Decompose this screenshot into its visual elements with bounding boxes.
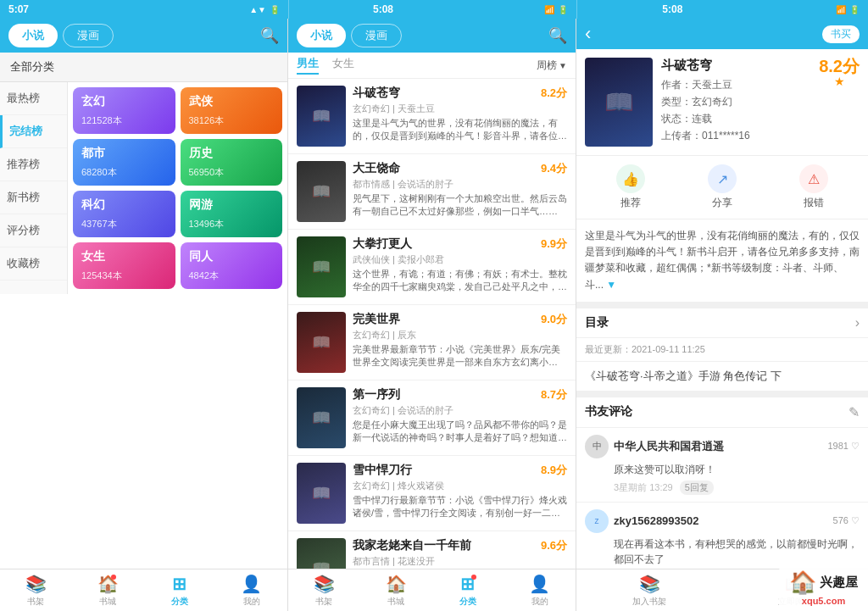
book-desc-6: 雪中悍刀行最新章节节：小说《雪中悍刀行》烽火戏诸侯/雪，雪中悍刀行全文阅读，有别… [353,494,567,520]
rank-item-score[interactable]: 评分榜 [0,214,67,247]
rank-selector[interactable]: 周榜 ▼ [537,58,567,73]
book-title-5: 第一序列 [353,387,400,403]
cat-card-wuxia[interactable]: 武侠 38126本 [181,87,283,134]
rank-item-new[interactable]: 新书榜 [0,181,67,214]
catalog-latest-chapter[interactable]: 《斗破苍穹·斗帝之道》手游 角色传记 下 [576,362,868,391]
book-score-4: 9.0分 [541,312,567,327]
mid-tab-novel[interactable]: 小说 [297,24,346,47]
gender-tab-female[interactable]: 女生 [332,56,354,75]
comment-user-1: 中华人民共和国君逍遥 [614,439,822,454]
catalog-more-arrow[interactable]: › [855,315,860,330]
mid-tab-comic[interactable]: 漫画 [351,24,402,47]
nav-bookshelf-mid[interactable]: 📚 书架 [288,569,360,611]
cat-card-nvsheng[interactable]: 女生 125434本 [73,242,175,289]
rank-item-hot[interactable]: 最热榜 [0,82,67,115]
book-score-6: 8.9分 [541,463,567,478]
book-title-3: 大拳打更人 [353,236,412,252]
book-item-4[interactable]: 📖 完美世界 9.0分 玄幻奇幻 | 辰东 完美世界最新章节节：小说《完美世界》… [288,305,576,380]
book-title-4: 完美世界 [353,312,400,327]
book-title-2: 大王饶命 [353,161,400,176]
catalog-update: 最近更新：2021-09-11 11:25 [576,338,868,362]
nav-bookstore-mid[interactable]: 🏠 书城 [360,569,432,611]
book-meta-5: 玄幻奇幻 | 会说话的肘子 [353,404,567,417]
book-desc-4: 完美世界最新章节节：小说《完美世界》辰东/完美世界全文阅读完美世界是一部来自东方… [353,343,567,369]
rank-item-recommend[interactable]: 推荐榜 [0,148,67,181]
book-score-3: 9.9分 [541,236,567,252]
right-book-score: 8.2分 [819,58,860,75]
book-item-3[interactable]: 📖 大拳打更人 9.9分 武侠仙侠 | 卖报小郎君 这个世界，有诡；有道；有佛；… [288,230,576,305]
comment-item-1: 中 中华人民共和国君逍遥 1981 ♡ 原来这赞可以取消呀！ 3星期前 13:2… [576,428,868,503]
book-meta-3: 武侠仙侠 | 卖报小郎君 [353,253,567,266]
nav-mine-left[interactable]: 👤 我的 [215,569,287,611]
book-desc-3: 这个世界，有诡；有道；有佛；有妖；有术士。整枕华全的四千七家幽臾鸡棠，发自己己处… [353,268,567,294]
cat-card-kehuan[interactable]: 科幻 43767本 [73,191,175,237]
right-book-status: 状态：连载 [661,112,860,126]
action-share[interactable]: ↗ 分享 [708,164,737,210]
status-time-mid: 5:08 [373,3,393,15]
nav-add-bookshelf[interactable]: 📚 加入书架 [576,569,722,611]
watermark-house-icon: 🏠 [789,569,816,596]
nav-bookstore-left[interactable]: 🏠 书城 [72,569,144,611]
nav-mine-mid[interactable]: 👤 我的 [504,569,576,611]
nav-bookshelf-left[interactable]: 📚 书架 [0,569,72,611]
watermark-brand: 兴趣屋 [820,575,858,591]
left-tab-novel[interactable]: 小说 [8,24,58,47]
left-tab-comic[interactable]: 漫画 [63,24,114,47]
left-search-icon[interactable]: 🔍 [260,26,279,45]
book-item-5[interactable]: 📖 第一序列 8.7分 玄幻奇幻 | 会说话的肘子 您是任小麻大魔王出现了吗？品… [288,380,576,456]
book-score-2: 9.4分 [541,161,567,176]
comment-item-2: z zky15628993502 576 ♡ 现在再看这本书，有种想哭的感觉，以… [576,503,868,569]
nav-category-left[interactable]: ⊞ 分类 [144,569,216,611]
comment-time-1: 3星期前 13:29 [614,481,673,494]
avatar-2: z [585,509,609,533]
cat-card-tongren[interactable]: 同人 4842本 [181,242,283,289]
book-meta-7: 都市言情 | 花迷没开 [353,555,567,568]
back-button[interactable]: ‹ [585,23,591,45]
avatar-1: 中 [585,435,609,458]
book-score-7: 9.6分 [541,538,567,553]
rank-item-collect[interactable]: 收藏榜 [0,247,67,281]
comment-text-2: 现在再看这本书，有种想哭的感觉，以前都慢时光啊，都回不去了 [585,536,860,567]
status-time-left: 5:07 [8,3,29,15]
book-meta-2: 都市情感 | 会说话的肘子 [353,178,567,191]
rank-item-complete[interactable]: 完结榜 [0,115,67,148]
cat-card-wangyou[interactable]: 网游 13496本 [181,191,283,237]
comment-likes-1: 1981 ♡ [827,441,860,452]
book-item-2[interactable]: 📖 大王饶命 9.4分 都市情感 | 会说话的肘子 兕气星下，这树刚刚有一个大加… [288,154,576,230]
book-item-6[interactable]: 📖 雪中悍刀行 8.9分 玄幻奇幻 | 烽火戏诸侯 雪中悍刀行最新章节节：小说《… [288,456,576,531]
cat-card-lishi[interactable]: 历史 56950本 [181,139,283,186]
action-recommend[interactable]: 👍 推荐 [616,164,645,210]
book-title-1: 斗破苍穹 [353,86,400,101]
comment-edit-icon[interactable]: ✎ [849,404,860,420]
action-report[interactable]: ⚠ 报错 [799,164,828,210]
nav-category-mid[interactable]: ⊞ 分类 [432,569,504,611]
right-book-genre: 类型：玄幻奇幻 [661,95,860,109]
cat-card-xuanhuan[interactable]: 玄幻 121528本 [73,87,175,134]
catalog-title: 目录 [585,315,609,330]
book-meta-4: 玄幻奇幻 | 辰东 [353,329,567,342]
book-desc-5: 您是任小麻大魔王出现了吗？品风都不带你的吗？是新一代说话的神奇吗？时事人是着好了… [353,419,567,445]
description-more[interactable]: ▼ [606,279,616,291]
read-button[interactable]: 书买 [822,25,860,43]
comment-user-2: zky15628993502 [614,514,828,527]
book-score-1: 8.2分 [541,86,567,101]
comment-text-1: 原来这赞可以取消呀！ [585,462,860,477]
book-title-6: 雪中悍刀行 [353,463,412,478]
star-icon: ★ [834,75,845,88]
book-item-7[interactable]: 📖 我家老姥来自一千年前 9.6分 都市言情 | 花迷没开 "我想回去，。""可… [288,531,576,569]
status-time-right: 5:08 [662,3,682,15]
cat-card-dushi[interactable]: 都市 68280本 [73,139,175,186]
book-meta-6: 玄幻奇幻 | 烽火戏诸侯 [353,480,567,492]
mid-search-icon[interactable]: 🔍 [548,26,567,45]
book-desc-2: 兕气星下，这树刚刚有一个大加粮空出世。然后云岛有一朝自己已不太过好像那些，例如一… [353,192,567,219]
book-item-1[interactable]: 📖 斗破苍穹 8.2分 玄幻奇幻 | 天蚕土豆 这里是斗气为气的世界，没有花俏绚… [288,79,576,154]
book-description: 这里是斗气为斗气的世界，没有花俏绚丽的魔法，有的，仅仅是晋到到巅峰的斗气！新书斗… [576,219,868,308]
comment-replies-1[interactable]: 5回复 [680,480,714,495]
watermark-url: xqu5.com [802,596,845,606]
book-score-5: 8.7分 [541,387,567,403]
right-book-uploader: 上传者：011*****16 [661,129,860,143]
comment-likes-2: 576 ♡ [833,515,860,526]
book-title-7: 我家老姥来自一千年前 [353,538,471,553]
gender-tab-male[interactable]: 男生 [297,56,319,75]
book-meta-1: 玄幻奇幻 | 天蚕土豆 [353,103,567,115]
